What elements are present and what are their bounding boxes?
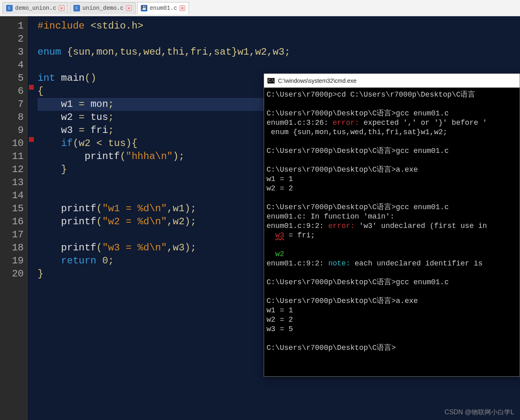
line-number-gutter: 1234567891011121314151617181920: [0, 16, 28, 420]
cmd-title-text: C:\windows\system32\cmd.exe: [278, 77, 356, 84]
file-icon: C: [6, 5, 13, 11]
tab-label: enum01.c: [150, 5, 177, 11]
close-icon[interactable]: ✕: [180, 5, 185, 11]
tab-union-demo[interactable]: C union_demo.c ✕: [70, 2, 136, 14]
tab-demo-union[interactable]: C demo_union.c ✕: [2, 2, 68, 14]
close-icon[interactable]: ✕: [59, 5, 64, 11]
tab-enum01[interactable]: 💾 enum01.c ✕: [137, 2, 189, 14]
cmd-titlebar[interactable]: C:\ C:\windows\system32\cmd.exe: [264, 74, 520, 88]
tab-label: demo_union.c: [15, 5, 56, 11]
fold-marker[interactable]: [29, 85, 34, 90]
fold-marker[interactable]: [29, 137, 34, 142]
tab-label: union_demo.c: [82, 5, 124, 11]
cmd-icon: C:\: [267, 78, 275, 84]
file-icon: C: [73, 5, 80, 11]
watermark: CSDN @物联网小白学L: [444, 408, 514, 417]
tab-bar: C demo_union.c ✕ C union_demo.c ✕ 💾 enum…: [0, 0, 520, 16]
save-icon: 💾: [141, 5, 147, 11]
cmd-output[interactable]: C:\Users\r7000p>cd C:\Users\r7000p\Deskt…: [264, 88, 520, 376]
cmd-window[interactable]: C:\ C:\windows\system32\cmd.exe C:\Users…: [264, 73, 520, 377]
fold-column: [28, 16, 35, 420]
close-icon[interactable]: ✕: [126, 5, 132, 11]
